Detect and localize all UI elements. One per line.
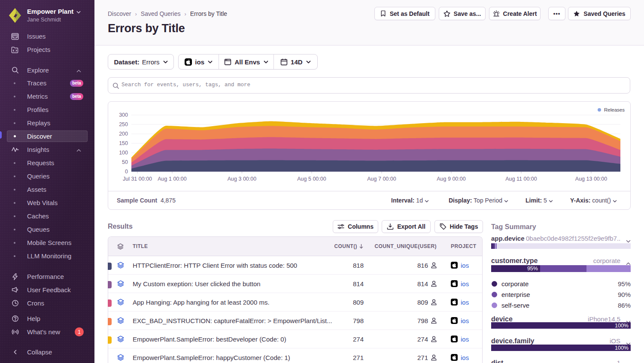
svg-text:Aug 1 00:00: Aug 1 00:00 [158,176,186,182]
svg-text:Aug 3 00:00: Aug 3 00:00 [228,176,256,182]
svg-text:250: 250 [119,121,128,127]
svg-text:150: 150 [119,140,128,146]
svg-text:Aug 5 00:00: Aug 5 00:00 [297,176,326,182]
svg-text:Jul 31 00:00: Jul 31 00:00 [123,176,152,182]
svg-text:200: 200 [119,131,128,137]
svg-text:Aug 7 00:00: Aug 7 00:00 [367,176,396,182]
svg-text:100: 100 [119,150,128,156]
svg-text:Aug 13 00:00: Aug 13 00:00 [575,176,607,182]
svg-text:0: 0 [125,169,128,175]
svg-text:50: 50 [122,159,128,165]
svg-text:Aug 11 00:00: Aug 11 00:00 [505,176,537,182]
svg-text:Aug 9 00:00: Aug 9 00:00 [437,176,465,182]
svg-text:300: 300 [119,112,128,118]
